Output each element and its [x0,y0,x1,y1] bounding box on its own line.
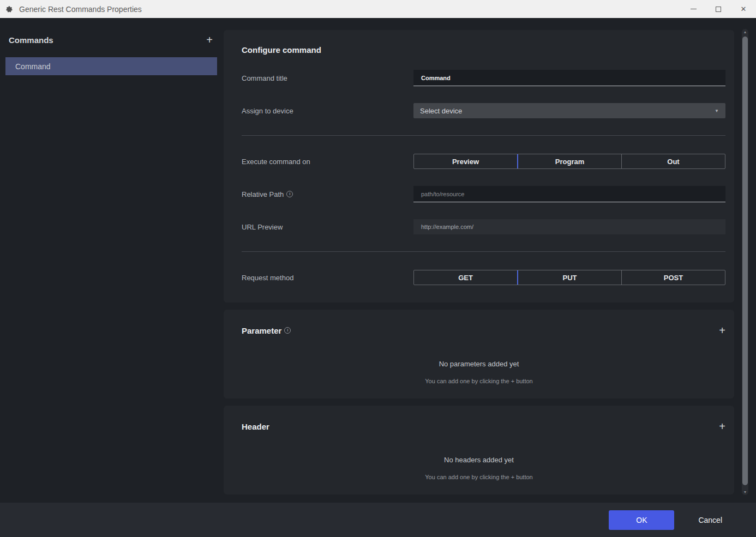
app-pinwheel-icon [4,4,14,14]
execute-out-button[interactable]: Out [621,154,725,168]
ok-button[interactable]: OK [609,510,674,530]
add-header-icon[interactable]: + [719,421,725,432]
window-title: Generic Rest Commands Properties [19,5,681,14]
parameter-header: Parameter i + [242,325,725,336]
sidebar-item-command[interactable]: Command [5,57,217,75]
title-bar: Generic Rest Commands Properties ✕ [0,0,756,18]
url-preview-value: http://example.com/ [413,219,725,234]
add-command-icon[interactable]: + [206,34,213,45]
request-method-row: Request method GET PUT POST [242,269,725,286]
commands-sidebar: Commands + Command [0,18,224,503]
main-panel: Configure command Command title Assign t… [224,18,740,503]
execute-on-label: Execute command on [242,158,413,166]
scrollbar-thumb[interactable] [742,37,748,485]
header-card: Header + No headers added yet You can ad… [224,406,734,494]
close-button[interactable]: ✕ [731,0,756,18]
section-divider [242,251,725,252]
method-put-button[interactable]: PUT [518,270,621,285]
execute-on-segmented: Preview Program Out [413,154,725,169]
section-divider [242,135,725,136]
parameter-empty-hint: You can add one by clicking the + button [224,378,734,384]
header-section-title: Header [242,422,269,431]
minimize-icon [691,9,697,9]
relative-path-input[interactable] [413,186,725,202]
header-empty-state: No headers added yet You can add one by … [224,456,734,480]
sidebar-header: Commands + [0,34,224,45]
close-icon: ✕ [741,5,747,13]
dialog-footer: OK Cancel [0,503,756,537]
execute-on-row: Execute command on Preview Program Out [242,153,725,170]
sidebar-item-label: Command [15,62,51,71]
parameter-empty-state: No parameters added yet You can add one … [224,360,734,384]
parameter-empty-title: No parameters added yet [224,360,734,368]
command-title-label: Command title [242,74,413,82]
configure-command-card: Configure command Command title Assign t… [224,30,734,303]
command-title-input[interactable] [413,70,725,86]
header-section-header: Header + [242,421,725,432]
chevron-down-icon: ▼ [715,108,719,113]
vertical-scrollbar[interactable]: ▲ ▼ [742,29,748,495]
cancel-button[interactable]: Cancel [698,516,722,524]
request-method-label: Request method [242,274,413,282]
maximize-button[interactable] [706,0,731,18]
assign-device-row: Assign to device Select device ▼ [242,102,725,119]
info-icon: i [284,327,291,334]
url-preview-label: URL Preview [242,223,413,231]
add-parameter-icon[interactable]: + [719,325,725,336]
device-select[interactable]: Select device ▼ [413,103,725,118]
command-title-row: Command title [242,70,725,86]
sidebar-title: Commands [9,35,53,45]
request-method-segmented: GET PUT POST [413,270,725,285]
header-empty-title: No headers added yet [224,456,734,464]
method-post-button[interactable]: POST [621,270,725,285]
dialog-body: Commands + Command Configure command Com… [0,18,756,503]
execute-program-button[interactable]: Program [518,154,621,168]
scroll-up-icon[interactable]: ▲ [742,30,748,34]
parameter-card: Parameter i + No parameters added yet Yo… [224,310,734,399]
header-empty-hint: You can add one by clicking the + button [224,474,734,480]
relative-path-label-text: Relative Path [242,190,284,198]
info-icon: i [286,191,293,197]
properties-window: Generic Rest Commands Properties ✕ Comma… [0,0,756,537]
relative-path-label: Relative Path i [242,190,413,198]
device-select-value: Select device [420,107,462,115]
parameter-title-text: Parameter [242,326,281,335]
assign-device-label: Assign to device [242,107,413,115]
execute-preview-button[interactable]: Preview [414,154,518,168]
maximize-icon [716,7,721,12]
url-preview-row: URL Preview http://example.com/ [242,219,725,235]
method-get-button[interactable]: GET [414,270,518,285]
configure-command-title: Configure command [242,45,725,55]
parameter-title: Parameter i [242,326,291,335]
relative-path-row: Relative Path i [242,186,725,202]
scroll-down-icon[interactable]: ▼ [742,490,748,494]
minimize-button[interactable] [681,0,706,18]
